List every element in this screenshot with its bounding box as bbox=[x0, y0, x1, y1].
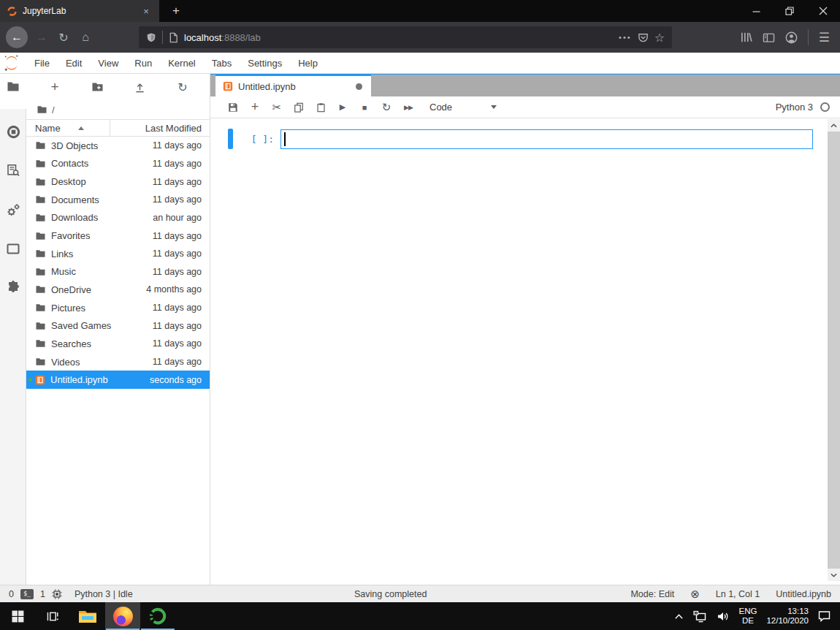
paste-cells-button[interactable] bbox=[310, 99, 332, 116]
scroll-up-icon[interactable] bbox=[828, 119, 840, 132]
file-name: Videos bbox=[51, 357, 148, 368]
file-name: Contacts bbox=[51, 158, 148, 169]
menu-tabs[interactable]: Tabs bbox=[204, 53, 240, 73]
menu-view[interactable]: View bbox=[90, 53, 126, 73]
extension-manager-icon[interactable] bbox=[0, 278, 26, 295]
tray-expand-icon[interactable] bbox=[674, 613, 684, 620]
refresh-button[interactable]: ↻ bbox=[175, 79, 191, 95]
tab-close-icon[interactable]: × bbox=[140, 6, 153, 17]
cut-cells-button[interactable]: ✂ bbox=[266, 99, 288, 116]
library-icon[interactable] bbox=[740, 31, 752, 43]
file-row[interactable]: Searches11 days ago bbox=[26, 335, 210, 353]
back-button[interactable]: ← bbox=[6, 26, 28, 48]
open-tabs-icon[interactable] bbox=[0, 240, 26, 257]
breadcrumb[interactable]: / bbox=[26, 100, 210, 119]
task-view-button[interactable] bbox=[35, 602, 70, 630]
restart-run-all-button[interactable]: ▶▶ bbox=[397, 99, 419, 116]
file-modified: 11 days ago bbox=[153, 338, 202, 349]
account-icon[interactable] bbox=[785, 31, 798, 44]
file-row[interactable]: Music11 days ago bbox=[26, 262, 210, 281]
kernel-count[interactable]: 1 bbox=[40, 589, 45, 599]
running-sessions-icon[interactable] bbox=[0, 123, 26, 140]
terminal-count[interactable]: 0 bbox=[9, 589, 14, 599]
column-header-modified[interactable]: Last Modified bbox=[110, 120, 210, 136]
kernel-name[interactable]: Python 3 bbox=[776, 102, 813, 113]
file-row[interactable]: Links11 days ago bbox=[26, 245, 210, 263]
url-bar[interactable]: localhost:8888/lab ••• ☆ bbox=[139, 26, 672, 48]
menu-hamburger-icon[interactable]: ☰ bbox=[819, 30, 830, 45]
menu-edit[interactable]: Edit bbox=[58, 53, 90, 73]
column-header-name[interactable]: Name bbox=[26, 120, 110, 136]
forward-button[interactable]: → bbox=[31, 26, 53, 48]
file-row[interactable]: Untitled.ipynbseconds ago bbox=[26, 371, 210, 389]
new-folder-button[interactable] bbox=[89, 79, 105, 95]
kernel-status-text[interactable]: Python 3 | Idle bbox=[75, 589, 133, 599]
kernel-status-icon[interactable] bbox=[820, 102, 830, 112]
anaconda-taskbar-button[interactable] bbox=[140, 602, 175, 630]
file-row[interactable]: 3D Objects11 days ago bbox=[26, 137, 210, 155]
notebook-tab[interactable]: Untitled.ipynb bbox=[215, 75, 371, 96]
tracking-protection-shield-icon[interactable] bbox=[146, 32, 156, 43]
menu-run[interactable]: Run bbox=[126, 53, 160, 73]
file-row[interactable]: OneDrive4 months ago bbox=[26, 281, 210, 299]
folder-icon bbox=[35, 267, 46, 276]
reload-button[interactable]: ↻ bbox=[53, 26, 75, 48]
page-info-icon[interactable] bbox=[169, 32, 178, 43]
new-launcher-button[interactable]: + bbox=[47, 79, 63, 95]
start-button[interactable] bbox=[0, 602, 35, 630]
file-row[interactable]: Downloadsan hour ago bbox=[26, 209, 210, 227]
notebook-scrollbar[interactable] bbox=[828, 119, 840, 581]
file-row[interactable]: Saved Games11 days ago bbox=[26, 316, 210, 335]
trust-indicator-icon: ⊗ bbox=[690, 588, 700, 601]
file-row[interactable]: Pictures11 days ago bbox=[26, 299, 210, 317]
file-browser-tab-icon[interactable] bbox=[0, 77, 26, 95]
insert-cell-button[interactable]: + bbox=[244, 99, 266, 116]
window-minimize-icon[interactable] bbox=[739, 0, 773, 22]
property-inspector-icon[interactable] bbox=[0, 201, 26, 219]
sidebar-toggle-icon[interactable] bbox=[763, 32, 775, 43]
home-button[interactable]: ⌂ bbox=[75, 26, 96, 48]
file-row[interactable]: Videos11 days ago bbox=[26, 353, 210, 371]
window-close-icon[interactable] bbox=[806, 0, 840, 22]
cell-editor[interactable] bbox=[280, 129, 813, 149]
run-cell-button[interactable]: ▶ bbox=[332, 99, 354, 116]
scroll-down-icon[interactable] bbox=[828, 569, 840, 581]
page-actions-icon[interactable]: ••• bbox=[619, 33, 632, 42]
save-button[interactable] bbox=[222, 99, 244, 116]
file-modified: 11 days ago bbox=[153, 267, 202, 277]
upload-button[interactable] bbox=[132, 79, 148, 95]
file-row[interactable]: Favorites11 days ago bbox=[26, 227, 210, 245]
menu-settings[interactable]: Settings bbox=[240, 53, 290, 73]
bookmark-star-icon[interactable]: ☆ bbox=[654, 31, 665, 45]
language-indicator[interactable]: ENG DE bbox=[739, 607, 757, 626]
menu-help[interactable]: Help bbox=[290, 53, 326, 73]
file-name: Documents bbox=[51, 194, 148, 205]
interrupt-kernel-button[interactable]: ■ bbox=[354, 99, 375, 116]
file-modified: 11 days ago bbox=[153, 140, 202, 151]
command-palette-icon[interactable] bbox=[0, 162, 26, 179]
action-center-icon[interactable] bbox=[818, 610, 831, 622]
file-row[interactable]: Documents11 days ago bbox=[26, 191, 210, 209]
menu-kernel[interactable]: Kernel bbox=[160, 53, 204, 73]
restart-kernel-button[interactable]: ↻ bbox=[375, 99, 397, 116]
cell-type-dropdown[interactable]: Code bbox=[429, 102, 497, 113]
firefox-taskbar-button[interactable] bbox=[105, 602, 140, 630]
file-explorer-button[interactable] bbox=[70, 602, 105, 630]
window-restore-icon[interactable] bbox=[773, 0, 806, 22]
volume-icon[interactable] bbox=[717, 611, 730, 622]
cell-collapser[interactable] bbox=[228, 129, 233, 149]
cursor-position[interactable]: Ln 1, Col 1 bbox=[716, 589, 760, 599]
copy-cells-button[interactable] bbox=[288, 99, 310, 116]
new-tab-button[interactable]: + bbox=[164, 0, 188, 22]
menu-file[interactable]: File bbox=[26, 53, 58, 73]
file-row[interactable]: Contacts11 days ago bbox=[26, 155, 210, 173]
notebook-mode[interactable]: Mode: Edit bbox=[630, 589, 674, 599]
browser-tab-jupyterlab[interactable]: JupyterLab × bbox=[0, 0, 159, 22]
pocket-icon[interactable] bbox=[638, 32, 649, 43]
file-row[interactable]: Desktop11 days ago bbox=[26, 172, 210, 191]
tab-close-dot-icon[interactable] bbox=[356, 83, 362, 90]
network-icon[interactable] bbox=[693, 610, 707, 623]
file-list: 3D Objects11 days agoContacts11 days ago… bbox=[26, 137, 210, 585]
clock[interactable]: 13:13 12/10/2020 bbox=[766, 607, 809, 626]
folder-icon bbox=[35, 141, 46, 150]
